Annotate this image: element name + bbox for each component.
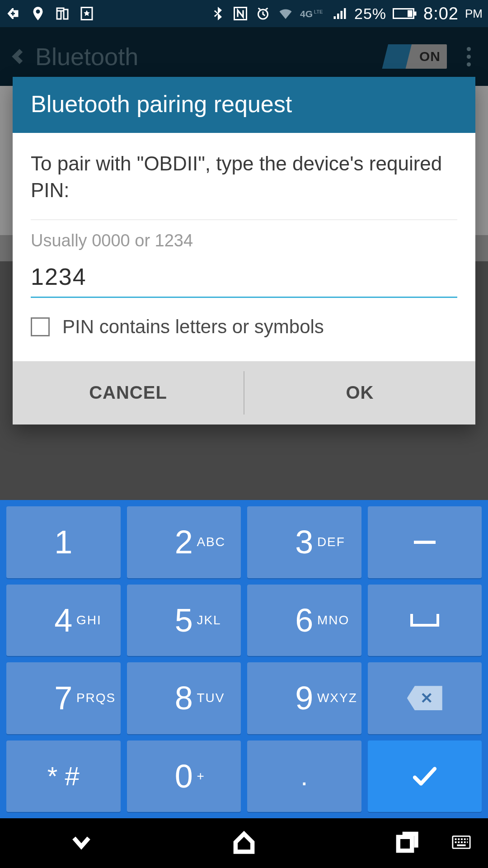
svg-rect-6 [398, 837, 412, 850]
letters-symbols-row[interactable]: PIN contains letters or symbols [31, 298, 457, 357]
checkbox-icon[interactable] [31, 317, 50, 336]
key-* #[interactable]: * # [6, 741, 121, 812]
pairing-dialog: Bluetooth pairing request To pair with "… [13, 77, 475, 425]
bookmark-box-icon [79, 5, 95, 22]
wifi-icon [277, 5, 294, 22]
svg-rect-11 [464, 838, 466, 840]
svg-rect-5 [408, 10, 413, 17]
battery-percent: 25% [354, 5, 386, 23]
pin-hint: Usually 0000 or 1234 [31, 231, 457, 250]
bluetooth-icon [210, 5, 226, 22]
clock-time: 8:02 [423, 4, 459, 24]
lte-icon: 4GLTE [300, 5, 325, 22]
clock-ampm: PM [465, 7, 483, 21]
pin-input[interactable]: 1234 [31, 263, 457, 298]
dialog-actions: CANCEL OK [13, 361, 475, 425]
svg-text:4G: 4G [300, 9, 313, 19]
nav-recents-icon[interactable] [394, 830, 419, 857]
dialog-title: Bluetooth pairing request [13, 77, 475, 133]
key-enter[interactable] [368, 741, 482, 812]
system-nav-bar [0, 818, 488, 868]
ime-switch-icon[interactable] [451, 832, 472, 854]
svg-rect-15 [461, 841, 463, 843]
signal-icon [332, 5, 348, 22]
numeric-keypad: 12ABC3DEF4GHI5JKL6MNO7PRQS8TUV9WXYZ* #0+… [0, 500, 488, 818]
key-4[interactable]: 4GHI [6, 585, 121, 656]
svg-rect-12 [467, 838, 468, 840]
notification-plus-icon [5, 5, 22, 22]
cancel-button[interactable]: CANCEL [13, 361, 244, 425]
key-2[interactable]: 2ABC [127, 506, 241, 578]
key-0[interactable]: 0+ [127, 741, 241, 812]
key-dash[interactable] [368, 506, 482, 578]
location-icon [30, 5, 46, 22]
key-.[interactable]: . [247, 741, 361, 812]
svg-rect-17 [467, 841, 468, 843]
nfc-icon [232, 5, 249, 22]
nav-back-icon[interactable] [69, 830, 94, 857]
key-8[interactable]: 8TUV [127, 662, 241, 734]
ok-button[interactable]: OK [244, 361, 475, 425]
svg-rect-10 [461, 838, 463, 840]
svg-rect-18 [457, 844, 465, 846]
key-space[interactable] [368, 585, 482, 656]
key-9[interactable]: 9WXYZ [247, 662, 361, 734]
key-6[interactable]: 6MNO [247, 585, 361, 656]
alarm-icon [255, 5, 271, 22]
svg-rect-14 [458, 841, 460, 843]
status-bar: 4GLTE 25% 8:02 PM [0, 0, 488, 27]
svg-text:LTE: LTE [314, 9, 323, 14]
svg-rect-16 [464, 841, 466, 843]
svg-rect-9 [458, 838, 460, 840]
svg-rect-8 [455, 838, 457, 840]
svg-rect-13 [455, 841, 457, 843]
nav-home-icon[interactable] [231, 830, 257, 857]
checkbox-label: PIN contains letters or symbols [62, 316, 324, 338]
battery-icon [393, 5, 417, 22]
svg-rect-4 [414, 12, 417, 16]
dialog-message: To pair with "OBDII", type the device's … [31, 150, 457, 204]
devices-icon [54, 5, 70, 22]
key-backspace[interactable] [368, 662, 482, 734]
key-1[interactable]: 1 [6, 506, 121, 578]
key-7[interactable]: 7PRQS [6, 662, 121, 734]
key-5[interactable]: 5JKL [127, 585, 241, 656]
key-3[interactable]: 3DEF [247, 506, 361, 578]
